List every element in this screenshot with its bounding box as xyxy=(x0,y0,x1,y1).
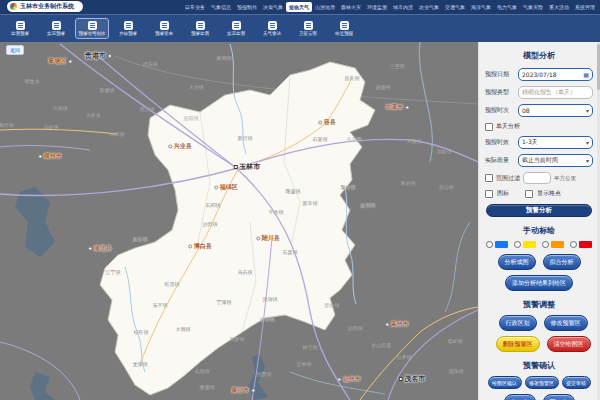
delete-warning-area-button[interactable]: 删除预警区 xyxy=(496,336,540,352)
submit-review-button[interactable]: 提交审核 xyxy=(562,376,591,389)
sub-nav-item[interactable]: 卫星云图 xyxy=(291,18,325,39)
map-label-text: 永安镇 xyxy=(133,236,148,242)
map-label-text: 旺茂镇 xyxy=(165,281,180,287)
top-menu-item[interactable]: 短临天气 xyxy=(286,2,312,12)
top-menu-item[interactable]: 重大活动 xyxy=(546,2,572,12)
document-icon xyxy=(268,21,277,30)
analysis-to-map-button[interactable]: 分析成图 xyxy=(498,254,536,270)
map-label: 分界镇 xyxy=(397,354,412,360)
chevron-down-icon[interactable]: ▾ xyxy=(586,158,589,164)
sub-nav-item[interactable]: 乡镇预警 xyxy=(111,18,145,39)
map-label: 波塘镇 xyxy=(376,84,391,90)
actual-rain-select[interactable]: 截止当前时间 ▾ xyxy=(518,154,593,167)
forecast-time-select[interactable]: 08 ▾ xyxy=(518,104,593,117)
chevron-down-icon[interactable]: ▾ xyxy=(586,140,589,146)
icon-checkbox[interactable] xyxy=(485,190,493,198)
map-label: 容县 xyxy=(318,118,336,127)
warning-color-option-2[interactable] xyxy=(542,241,564,248)
map-label-text: 那务镇 xyxy=(325,302,340,308)
warning-color-option-3[interactable] xyxy=(570,241,592,248)
warning-color-option-0[interactable] xyxy=(486,241,508,248)
show-grid-checkbox[interactable] xyxy=(525,190,533,198)
sub-nav-item-label: 临近预报 xyxy=(335,31,353,36)
top-menu-item[interactable]: 气象灾险 xyxy=(520,2,546,12)
top-menu-item[interactable]: 系统管理 xyxy=(572,2,598,12)
map-label: 武乐镇 xyxy=(143,61,158,67)
warning-analysis-button[interactable]: 预警分析 xyxy=(486,204,592,217)
top-menu-item[interactable]: 交通气象 xyxy=(442,2,468,12)
top-menu-item[interactable]: 决策气象 xyxy=(260,2,286,12)
map-label: 江宁镇 xyxy=(106,269,121,275)
admin-region-button[interactable]: 行政区划 xyxy=(499,315,537,331)
warning-color-options xyxy=(486,241,592,248)
add-analysis-result-button[interactable]: 添加分析结果到绘区 xyxy=(505,275,573,291)
warning-color-option-1[interactable] xyxy=(514,241,536,248)
map-label-text: 博白县 xyxy=(194,242,212,251)
map-label: 旺茂镇 xyxy=(165,281,180,287)
sub-nav-item[interactable]: 实况监测 xyxy=(219,18,253,39)
radio-icon[interactable] xyxy=(514,241,521,248)
map-label-text: 观珠镇 xyxy=(449,368,464,374)
forecast-validity-select[interactable]: 1-3天 ▾ xyxy=(518,136,593,149)
map-label: 乌石镇 xyxy=(238,269,253,275)
map-label: 黎村镇 xyxy=(341,184,356,190)
clear-drawing-area-button[interactable]: 清空绘图区 xyxy=(547,336,591,352)
sub-nav-item-label: 实况监测 xyxy=(227,31,245,36)
map-label: 石寨镇 xyxy=(313,136,328,142)
map-label-text: 分界镇 xyxy=(397,354,412,360)
modify-warning-area-button[interactable]: 修改预警区 xyxy=(544,315,588,331)
calendar-icon[interactable]: ▦ xyxy=(583,72,589,78)
sub-nav-item-label: 预警信号制作 xyxy=(79,31,106,36)
place-marker-icon xyxy=(188,244,192,248)
sub-nav-item[interactable]: 临近预报 xyxy=(327,18,361,39)
confirm-drawing-area-button[interactable]: 绘图区确认 xyxy=(488,376,522,389)
top-menu-item[interactable]: 海洋气象 xyxy=(468,2,494,12)
app-logo: 玉林市业务制作系统 xyxy=(7,1,83,12)
map-label: 岑溪市 xyxy=(385,103,409,112)
top-menu-item[interactable]: 预报制作 xyxy=(234,2,260,12)
previous-step-button[interactable]: 上一步 xyxy=(504,394,536,400)
map-label-text: 廉江市 xyxy=(231,386,249,395)
sub-nav-item[interactable]: 监测预警 xyxy=(3,18,37,39)
top-menu-item[interactable]: 城市内涝 xyxy=(390,2,416,12)
single-day-checkbox[interactable] xyxy=(485,123,493,131)
map-label-text: 江宁镇 xyxy=(106,269,121,275)
sub-nav-item[interactable]: 天气雷达 xyxy=(255,18,289,39)
sub-nav-item[interactable]: 预警发布 xyxy=(147,18,181,39)
radio-icon[interactable] xyxy=(486,241,493,248)
range-filter-checkbox[interactable] xyxy=(485,174,493,182)
top-menu-item[interactable]: 日常业务 xyxy=(182,2,208,12)
forecast-date-input[interactable]: 2023/07/18 ▦ xyxy=(518,68,593,81)
map-label: 那务镇 xyxy=(325,302,340,308)
map-label: 自良镇 xyxy=(345,75,360,81)
top-menu-item[interactable]: 电力气象 xyxy=(494,2,520,12)
map-label: 陶圩镇 xyxy=(0,122,14,128)
top-menu-item[interactable]: 气象信息 xyxy=(208,2,234,12)
document-icon xyxy=(16,21,25,30)
top-menu-item[interactable]: 农业气象 xyxy=(416,2,442,12)
map-back-link[interactable]: 返回 xyxy=(6,45,24,55)
warning-adjust-title: 预警调整 xyxy=(485,299,593,310)
modify-warning-area-confirm-button[interactable]: 修改预警区 xyxy=(525,376,559,389)
top-menu-item[interactable]: 山洪地质 xyxy=(312,2,338,12)
range-filter-input[interactable] xyxy=(523,172,551,184)
map-canvas[interactable]: 返回 贵港市覃塘区武乐镇麻垌镇镇龙乡新塘镇大洋镇云表镇大岭乡湛江镇洛阳镇马岭镇陶… xyxy=(0,42,478,400)
sub-nav-item[interactable]: 预警监测 xyxy=(183,18,217,39)
top-menu-item[interactable]: 森林火灾 xyxy=(338,2,364,12)
sub-nav-item[interactable]: 实况预警 xyxy=(39,18,73,39)
sub-nav-item[interactable]: 预警信号制作 xyxy=(75,18,109,39)
map-label: 古城镇 xyxy=(260,316,275,322)
map-label: 雅塘镇 xyxy=(200,384,215,390)
map-label-text: 六王镇 xyxy=(347,136,362,142)
map-label: 大岭乡 xyxy=(86,112,101,118)
radio-icon[interactable] xyxy=(570,241,577,248)
analysis-button-row: 分析成图拟合分析 xyxy=(485,254,593,270)
radio-icon[interactable] xyxy=(542,241,549,248)
color-swatch xyxy=(495,241,508,248)
top-menu-item[interactable]: 环境监测 xyxy=(364,2,390,12)
map-label-text: 波塘镇 xyxy=(376,84,391,90)
fit-analysis-button[interactable]: 拟合分析 xyxy=(543,254,581,270)
chevron-down-icon[interactable]: ▾ xyxy=(586,108,589,114)
next-step-button[interactable]: 下一步 xyxy=(543,394,575,400)
forecast-type-input[interactable]: 精细化报告（单天） xyxy=(518,86,593,99)
